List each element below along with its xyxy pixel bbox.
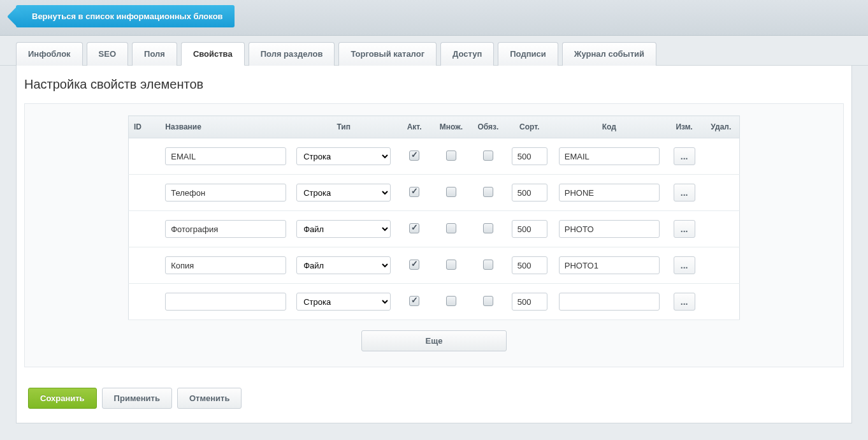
tab-5[interactable]: Торговый каталог (338, 42, 437, 66)
cell-id (129, 284, 161, 320)
checkbox-active[interactable] (409, 260, 419, 270)
checkbox-required[interactable] (483, 260, 493, 270)
input-code[interactable] (559, 184, 660, 202)
input-sort[interactable] (512, 220, 547, 238)
cell-required (470, 247, 507, 284)
cell-required (470, 211, 507, 247)
edit-button[interactable]: ... (674, 184, 695, 202)
cell-code (553, 284, 666, 320)
input-name[interactable] (165, 184, 286, 202)
cancel-button[interactable]: Отменить (177, 388, 242, 409)
header-edit: Изм. (666, 116, 703, 138)
tab-2[interactable]: Поля (132, 42, 177, 66)
input-sort[interactable] (512, 256, 547, 274)
input-code[interactable] (559, 147, 660, 165)
cell-delete (703, 247, 740, 284)
header-active: Акт. (396, 116, 433, 138)
tab-7[interactable]: Подписи (498, 42, 558, 66)
cell-id (129, 138, 161, 175)
cell-id (129, 211, 161, 247)
cell-multiple (433, 138, 470, 175)
select-type[interactable]: СтрокаФайл (296, 256, 391, 274)
input-name[interactable] (165, 293, 286, 311)
input-sort[interactable] (512, 293, 547, 311)
checkbox-multiple[interactable] (446, 296, 456, 306)
input-sort[interactable] (512, 184, 547, 202)
checkbox-active[interactable] (409, 296, 419, 306)
tab-6[interactable]: Доступ (440, 42, 494, 66)
properties-table: ID Название Тип Акт. Множ. Обяз. Сорт. К… (128, 115, 740, 320)
header-type: Тип (291, 116, 396, 138)
tab-1[interactable]: SEO (87, 42, 128, 66)
cell-type: СтрокаФайл (291, 247, 396, 284)
cell-code (553, 175, 666, 211)
tab-3[interactable]: Свойства (181, 42, 245, 66)
input-name[interactable] (165, 220, 286, 238)
input-name[interactable] (165, 256, 286, 274)
checkbox-multiple[interactable] (446, 187, 456, 197)
input-code[interactable] (559, 220, 660, 238)
tab-8[interactable]: Журнал событий (562, 42, 656, 66)
cell-required (470, 284, 507, 320)
table-row: СтрокаФайл... (129, 138, 740, 175)
cell-sort (507, 175, 553, 211)
header-sort: Сорт. (507, 116, 553, 138)
cell-name (160, 211, 291, 247)
checkbox-active[interactable] (409, 150, 419, 161)
select-type[interactable]: СтрокаФайл (296, 184, 391, 202)
table-row: СтрокаФайл... (129, 247, 740, 284)
cell-multiple (433, 284, 470, 320)
checkbox-required[interactable] (483, 223, 493, 233)
checkbox-multiple[interactable] (446, 223, 456, 233)
header-delete: Удал. (703, 116, 740, 138)
cell-sort (507, 211, 553, 247)
tab-4[interactable]: Поля разделов (249, 42, 335, 66)
back-button[interactable]: Вернуться в список информационных блоков (16, 5, 235, 27)
header-id: ID (129, 116, 161, 138)
input-code[interactable] (559, 293, 660, 311)
edit-button[interactable]: ... (674, 256, 695, 274)
cell-delete (703, 138, 740, 175)
input-name[interactable] (165, 147, 286, 165)
more-button[interactable]: Еще (361, 330, 507, 351)
cell-delete (703, 284, 740, 320)
cell-multiple (433, 211, 470, 247)
checkbox-required[interactable] (483, 187, 493, 197)
cancel-button-label: Отменить (189, 393, 230, 403)
cell-sort (507, 138, 553, 175)
apply-button[interactable]: Применить (102, 388, 172, 409)
cell-active (396, 175, 433, 211)
input-code[interactable] (559, 256, 660, 274)
cell-active (396, 211, 433, 247)
tabs-row: ИнфоблокSEOПоляСвойстваПоля разделовТорг… (0, 36, 868, 66)
checkbox-multiple[interactable] (446, 150, 456, 161)
edit-button[interactable]: ... (674, 293, 695, 311)
checkbox-required[interactable] (483, 296, 493, 306)
cell-delete (703, 211, 740, 247)
header-multiple: Множ. (433, 116, 470, 138)
inner-panel: ID Название Тип Акт. Множ. Обяз. Сорт. К… (24, 103, 844, 367)
cell-delete (703, 175, 740, 211)
checkbox-active[interactable] (409, 223, 419, 233)
cell-sort (507, 247, 553, 284)
save-button[interactable]: Сохранить (28, 388, 97, 409)
checkbox-multiple[interactable] (446, 260, 456, 270)
page-container: Вернуться в список информационных блоков… (0, 0, 868, 423)
section-title: Настройка свойств элементов (17, 66, 851, 103)
cell-required (470, 138, 507, 175)
edit-button[interactable]: ... (674, 220, 695, 238)
input-sort[interactable] (512, 147, 547, 165)
tab-0[interactable]: Инфоблок (16, 42, 83, 66)
cell-name (160, 284, 291, 320)
bottom-buttons: Сохранить Применить Отменить (17, 379, 851, 423)
cell-active (396, 247, 433, 284)
checkbox-active[interactable] (409, 187, 419, 197)
select-type[interactable]: СтрокаФайл (296, 220, 391, 238)
checkbox-required[interactable] (483, 150, 493, 161)
select-type[interactable]: СтрокаФайл (296, 293, 391, 311)
select-type[interactable]: СтрокаФайл (296, 147, 391, 165)
header-code: Код (553, 116, 666, 138)
apply-button-label: Применить (114, 393, 160, 403)
edit-button[interactable]: ... (674, 147, 695, 165)
cell-required (470, 175, 507, 211)
